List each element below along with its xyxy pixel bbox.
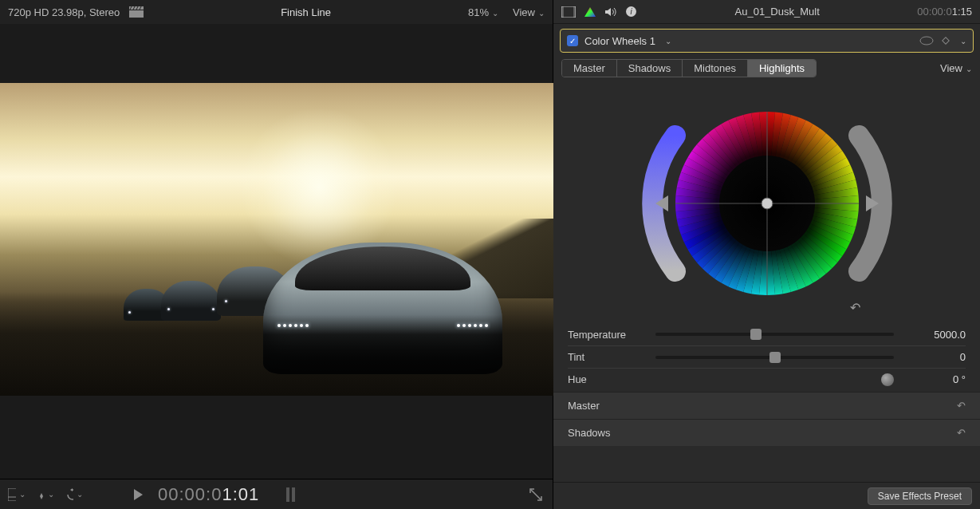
tab-midtones[interactable]: Midtones: [683, 60, 748, 77]
chevron-down-icon: ⌄: [538, 9, 545, 18]
svg-marker-11: [70, 488, 73, 491]
enhancements-menu-icon[interactable]: ⌄: [37, 487, 54, 502]
fullscreen-icon[interactable]: [527, 487, 545, 502]
chevron-down-icon: ⌄: [19, 490, 26, 499]
chevron-down-icon[interactable]: ⌄: [960, 37, 966, 45]
info-inspector-icon[interactable]: i: [625, 6, 637, 18]
save-effects-preset-button[interactable]: Save Effects Preset: [868, 487, 972, 505]
clapper-icon[interactable]: [129, 6, 144, 18]
video-inspector-icon[interactable]: [561, 6, 576, 18]
inspector-footer: Save Effects Preset: [553, 482, 980, 509]
svg-point-22: [920, 37, 933, 45]
tint-row: Tint 0: [568, 345, 966, 368]
hue-dial[interactable]: [881, 373, 894, 386]
inspector-clip-name: Au_01_Dusk_Mult: [645, 6, 909, 18]
temperature-value[interactable]: 5000.0: [910, 329, 966, 341]
temperature-row: Temperature 5000.0: [568, 323, 966, 345]
svg-marker-18: [584, 7, 596, 17]
timecode-display[interactable]: 00:00:01:01: [158, 484, 259, 505]
viewer-header: 720p HD 23.98p, Stereo Finish Line 81%⌄ …: [0, 0, 553, 24]
color-wheel[interactable]: [640, 92, 895, 315]
hue-row: Hue 0 °: [568, 368, 966, 390]
inspector-panel: i Au_01_Dusk_Mult 00:00:01:15 ✓ Color Wh…: [553, 0, 980, 509]
inspector-timecode: 00:00:01:15: [917, 6, 972, 18]
audio-inspector-icon[interactable]: [604, 6, 617, 18]
temperature-label: Temperature: [568, 329, 655, 341]
section-master[interactable]: Master ↶: [553, 392, 980, 419]
reset-wheel-icon[interactable]: ↶: [850, 300, 860, 315]
svg-line-12: [531, 490, 541, 499]
chevron-down-icon: ⌄: [48, 490, 54, 499]
audio-meter-icon[interactable]: [286, 487, 295, 502]
hue-label: Hue: [568, 373, 655, 385]
inspector-header: i Au_01_Dusk_Mult 00:00:01:15: [553, 0, 980, 24]
zoom-menu[interactable]: 81%⌄: [468, 6, 498, 18]
correction-name: Color Wheels 1: [584, 35, 655, 47]
svg-rect-15: [573, 6, 576, 18]
section-shadows[interactable]: Shadows ↶: [553, 419, 980, 446]
temperature-slider[interactable]: [655, 333, 894, 336]
color-wheel-puck[interactable]: [762, 198, 773, 209]
chevron-down-icon: ⌄: [665, 37, 671, 45]
chevron-down-icon: ⌄: [492, 9, 498, 18]
wheel-tabs: Master Shadows Midtones Highlights: [561, 59, 817, 77]
svg-marker-8: [40, 493, 43, 499]
tab-master[interactable]: Master: [562, 60, 617, 77]
reset-icon[interactable]: ↶: [957, 400, 966, 412]
viewer-canvas[interactable]: [0, 83, 553, 396]
inspector-view-menu[interactable]: View⌄: [940, 62, 972, 74]
global-params: Temperature 5000.0 Tint 0 Hue 0 °: [553, 323, 980, 390]
svg-rect-6: [8, 488, 16, 501]
retime-menu-icon[interactable]: ⌄: [65, 487, 83, 502]
reset-icon[interactable]: ↶: [957, 427, 966, 439]
viewer-area: [0, 24, 553, 479]
color-inspector-icon[interactable]: [584, 6, 596, 18]
chevron-down-icon: ⌄: [966, 65, 972, 73]
tint-slider[interactable]: [655, 356, 894, 359]
layout-menu-icon[interactable]: ⌄: [8, 487, 26, 502]
color-wheel-area: ↶: [553, 84, 980, 323]
correction-enable-checkbox[interactable]: ✓: [567, 35, 578, 46]
chevron-down-icon: ⌄: [77, 490, 83, 499]
section-master-label: Master: [568, 400, 600, 412]
section-shadows-label: Shadows: [568, 427, 610, 439]
format-label: 720p HD 23.98p, Stereo: [8, 6, 120, 18]
play-button[interactable]: [129, 487, 147, 502]
tab-highlights[interactable]: Highlights: [748, 60, 816, 77]
svg-rect-0: [129, 10, 144, 18]
brightness-slider[interactable]: [859, 136, 882, 271]
svg-rect-23: [943, 37, 949, 44]
hue-value[interactable]: 0 °: [910, 373, 966, 385]
viewer-panel: 720p HD 23.98p, Stereo Finish Line 81%⌄ …: [0, 0, 553, 509]
svg-rect-14: [561, 6, 564, 18]
tab-shadows[interactable]: Shadows: [617, 60, 683, 77]
tint-value[interactable]: 0: [910, 351, 966, 363]
svg-marker-19: [605, 8, 611, 16]
mask-icon[interactable]: [919, 35, 935, 46]
clip-title: Finish Line: [144, 6, 468, 18]
tint-label: Tint: [568, 351, 655, 363]
keyframe-icon[interactable]: [941, 36, 950, 45]
viewer-toolbar: ⌄ ⌄ ⌄ 00:00:01:01: [0, 479, 553, 509]
viewer-view-menu[interactable]: View⌄: [513, 6, 545, 18]
wheel-tabs-row: Master Shadows Midtones Highlights View⌄: [553, 53, 980, 84]
saturation-slider[interactable]: [652, 136, 675, 271]
correction-selector[interactable]: ✓ Color Wheels 1 ⌄ ⌄: [560, 29, 974, 53]
